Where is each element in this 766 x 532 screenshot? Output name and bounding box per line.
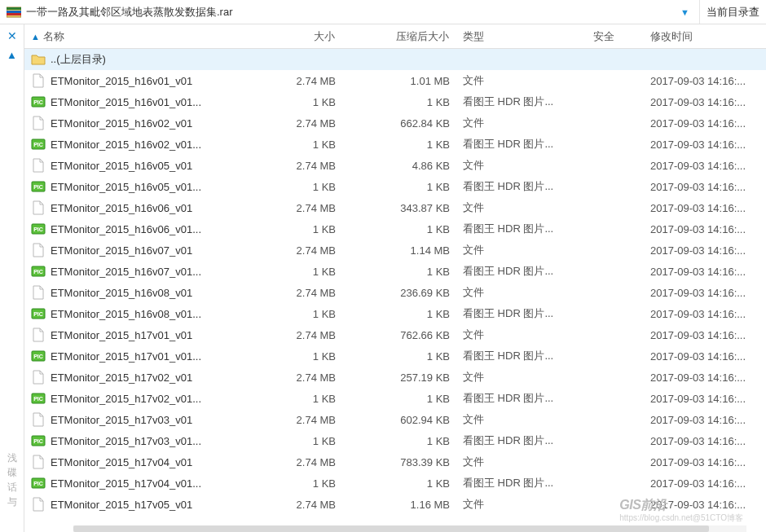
svg-text:PIC: PIC <box>33 481 43 486</box>
file-safe <box>587 451 644 473</box>
file-mtime: 2017-09-03 14:16:... <box>644 430 766 451</box>
table-row[interactable]: ETMonitor_2015_h17v01_v012.74 MB762.66 K… <box>24 324 766 345</box>
file-safe <box>587 430 644 451</box>
svg-text:PIC: PIC <box>33 184 43 190</box>
packed-size: 343.87 KB <box>342 197 456 218</box>
file-size: 1 KB <box>261 473 342 494</box>
horizontal-scroll-thumb[interactable] <box>73 525 709 532</box>
current-dir-button[interactable]: 当前目录查 <box>699 0 766 24</box>
file-name: ETMonitor_2015_h16v02_v01 <box>51 117 192 130</box>
packed-size: 1 KB <box>342 91 456 112</box>
file-mtime: 2017-09-03 14:16:... <box>644 91 766 112</box>
file-safe <box>587 155 644 176</box>
file-safe <box>587 70 644 91</box>
file-type: 文件 <box>456 155 587 176</box>
file-size: 1 KB <box>261 261 342 282</box>
file-mtime: 2017-09-03 14:16:... <box>644 367 766 388</box>
pic-icon: PIC <box>31 306 46 321</box>
file-name: ETMonitor_2015_h16v01_v01 <box>51 75 192 87</box>
file-type: 看图王 HDR 图片... <box>456 303 587 324</box>
file-icon <box>31 370 46 385</box>
svg-text:PIC: PIC <box>33 396 43 402</box>
col-header-packed[interactable]: 压缩后大小 <box>342 24 456 48</box>
file-type: 看图王 HDR 图片... <box>456 218 587 240</box>
table-row[interactable]: ETMonitor_2015_h16v07_v012.74 MB1.14 MB文… <box>24 240 766 261</box>
rows-container: ..(上层目录) ETMonitor_2015_h16v01_v012.74 M… <box>24 49 766 532</box>
file-size: 2.74 MB <box>261 324 342 345</box>
file-safe <box>587 134 644 155</box>
file-size: 1 KB <box>261 218 342 240</box>
col-header-type[interactable]: 类型 <box>456 24 587 48</box>
table-row[interactable]: ETMonitor_2015_h16v08_v012.74 MB236.69 K… <box>24 282 766 303</box>
table-row[interactable]: ETMonitor_2015_h17v03_v012.74 MB602.94 K… <box>24 409 766 430</box>
table-row[interactable]: PICETMonitor_2015_h17v03_v01...1 KB1 KB看… <box>24 430 766 451</box>
table-row[interactable]: ETMonitor_2015_h17v02_v012.74 MB257.19 K… <box>24 367 766 388</box>
packed-size: 1 KB <box>342 176 456 197</box>
col-header-safe[interactable]: 安全 <box>587 24 644 48</box>
up-dir-label: ..(上层目录) <box>51 52 106 67</box>
file-grid: ▲ 名称 大小 压缩后大小 类型 安全 修改时间 ..(上层目录) <box>24 24 766 532</box>
packed-size: 762.66 KB <box>342 324 456 345</box>
packed-size: 1 KB <box>342 134 456 155</box>
table-row[interactable]: ETMonitor_2015_h16v05_v012.74 MB4.86 KB文… <box>24 155 766 176</box>
table-row[interactable]: PICETMonitor_2015_h16v05_v01...1 KB1 KB看… <box>24 176 766 197</box>
folder-icon <box>31 52 46 67</box>
side-indicators: 浅 碟 话 与 <box>7 452 17 532</box>
table-row[interactable]: PICETMonitor_2015_h17v02_v01...1 KB1 KB看… <box>24 388 766 409</box>
packed-size: 602.94 KB <box>342 409 456 430</box>
file-size: 1 KB <box>261 345 342 367</box>
file-size: 2.74 MB <box>261 197 342 218</box>
col-header-mtime[interactable]: 修改时间 <box>644 24 766 48</box>
file-mtime: 2017-09-03 14:16:... <box>644 324 766 345</box>
table-row[interactable]: ETMonitor_2015_h16v06_v012.74 MB343.87 K… <box>24 197 766 218</box>
file-safe <box>587 197 644 218</box>
file-type: 文件 <box>456 367 587 388</box>
table-row[interactable]: ETMonitor_2015_h16v02_v012.74 MB662.84 K… <box>24 112 766 134</box>
svg-text:PIC: PIC <box>33 311 43 317</box>
packed-size: 1 KB <box>342 303 456 324</box>
file-name: ETMonitor_2015_h17v02_v01... <box>51 393 201 405</box>
pic-icon: PIC <box>31 222 46 236</box>
file-name: ETMonitor_2015_h16v08_v01 <box>51 287 192 299</box>
file-size: 2.74 MB <box>261 409 342 430</box>
horizontal-scrollbar[interactable] <box>73 525 746 532</box>
table-row[interactable]: PICETMonitor_2015_h17v01_v01...1 KB1 KB看… <box>24 345 766 367</box>
table-row[interactable]: ETMonitor_2015_h16v01_v012.74 MB1.01 MB文… <box>24 70 766 91</box>
table-row[interactable]: PICETMonitor_2015_h16v01_v01...1 KB1 KB看… <box>24 91 766 112</box>
dropdown-icon[interactable]: ▼ <box>680 7 689 17</box>
file-type: 看图王 HDR 图片... <box>456 261 587 282</box>
table-row[interactable]: PICETMonitor_2015_h17v04_v01...1 KB1 KB看… <box>24 473 766 494</box>
table-row[interactable]: ETMonitor_2015_h17v05_v012.74 MB1.16 MB文… <box>24 494 766 515</box>
file-safe <box>587 112 644 134</box>
file-size: 2.74 MB <box>261 155 342 176</box>
packed-size: 4.86 KB <box>342 155 456 176</box>
packed-size: 257.19 KB <box>342 367 456 388</box>
col-header-size[interactable]: 大小 <box>261 24 342 48</box>
file-size: 2.74 MB <box>261 367 342 388</box>
file-size: 2.74 MB <box>261 494 342 515</box>
table-row[interactable]: PICETMonitor_2015_h16v02_v01...1 KB1 KB看… <box>24 134 766 155</box>
file-type: 文件 <box>456 282 587 303</box>
file-safe <box>587 303 644 324</box>
packed-size: 1 KB <box>342 218 456 240</box>
table-row[interactable]: PICETMonitor_2015_h16v08_v01...1 KB1 KB看… <box>24 303 766 324</box>
file-mtime: 2017-09-03 14:16:... <box>644 303 766 324</box>
col-header-name[interactable]: ▲ 名称 <box>24 24 261 48</box>
file-mtime: 2017-09-03 14:16:... <box>644 473 766 494</box>
up-dir-row[interactable]: ..(上层目录) <box>24 49 766 70</box>
table-row[interactable]: ETMonitor_2015_h17v04_v012.74 MB783.39 K… <box>24 451 766 473</box>
file-safe <box>587 324 644 345</box>
file-name: ETMonitor_2015_h16v05_v01... <box>51 181 201 193</box>
packed-size: 236.69 KB <box>342 282 456 303</box>
up-arrow-icon[interactable]: ▲ <box>7 49 17 61</box>
table-row[interactable]: PICETMonitor_2015_h16v07_v01...1 KB1 KB看… <box>24 261 766 282</box>
svg-rect-1 <box>7 7 21 10</box>
file-name: ETMonitor_2015_h17v05_v01 <box>51 499 192 511</box>
table-row[interactable]: PICETMonitor_2015_h16v06_v01...1 KB1 KB看… <box>24 218 766 240</box>
archive-title: 一带一路及其毗邻区域地表蒸散发数据集.rar <box>26 5 233 20</box>
svg-text:PIC: PIC <box>33 226 43 232</box>
file-mtime: 2017-09-03 14:16:... <box>644 345 766 367</box>
column-headers: ▲ 名称 大小 压缩后大小 类型 安全 修改时间 <box>24 24 766 49</box>
file-icon <box>31 455 46 469</box>
close-icon[interactable]: ✕ <box>7 29 17 42</box>
